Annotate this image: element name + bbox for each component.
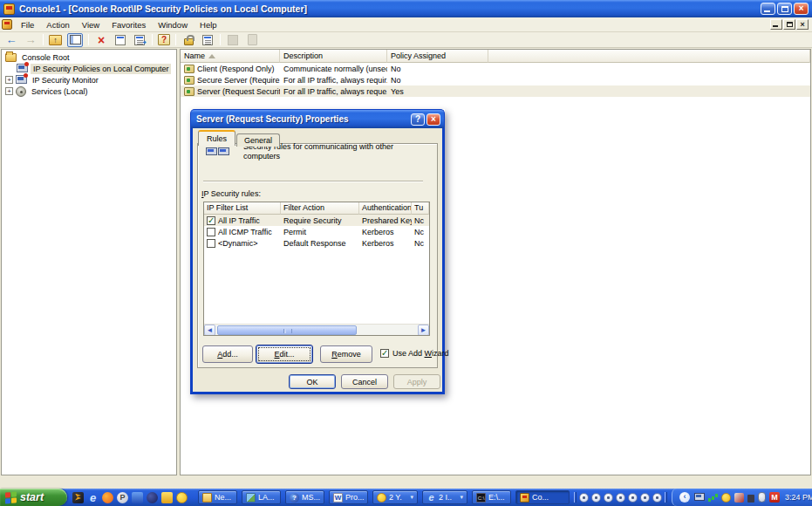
taskbar-button[interactable]: C:\E:\... — [472, 490, 511, 504]
media-next-button[interactable] — [628, 493, 638, 503]
help-icon[interactable] — [158, 34, 170, 45]
column-header-policy-assigned[interactable]: Policy Assigned — [387, 50, 488, 63]
taskbar-group-button[interactable]: 2 Y.▾ — [372, 490, 418, 504]
tree-item-services-local[interactable]: + Services (Local) — [2, 85, 176, 97]
messenger-icon[interactable] — [132, 492, 143, 503]
menu-view[interactable]: View — [76, 18, 106, 31]
rule-row-selected[interactable]: All IP Traffic Require Security Preshare… — [204, 215, 429, 226]
restore-button[interactable] — [777, 3, 792, 15]
taskbar-group-button[interactable]: e2 I..▾ — [422, 490, 467, 504]
column-header-tunnel[interactable]: Tu — [412, 202, 429, 215]
hide-icons-chevron-icon[interactable]: ‹ — [679, 492, 690, 503]
forward-icon[interactable]: → — [24, 33, 38, 46]
cancel-button[interactable]: Cancel — [341, 374, 388, 389]
scroll-left-icon[interactable]: ◄ — [204, 325, 215, 336]
ok-button[interactable]: OK — [289, 374, 336, 389]
opera-icon[interactable] — [147, 492, 158, 503]
taskbar-button[interactable]: LA... — [242, 490, 281, 504]
media-stop-button[interactable] — [616, 493, 625, 503]
toolbar-grip[interactable] — [665, 492, 667, 503]
expand-plus-icon[interactable]: + — [5, 87, 13, 95]
rule-checkbox[interactable] — [207, 239, 215, 248]
policy-lock-icon[interactable] — [181, 33, 195, 46]
dialog-help-button[interactable]: ? — [411, 113, 425, 126]
window-title: Console1 - [Console Root\IP Security Pol… — [19, 3, 761, 14]
smiley-icon[interactable] — [176, 492, 188, 503]
column-header-description[interactable]: Description — [280, 50, 387, 63]
rule-checkbox[interactable] — [207, 228, 215, 236]
use-add-wizard-checkbox[interactable]: Use Add Wizard — [380, 349, 449, 358]
export-list-icon[interactable]: ➔ — [133, 33, 147, 46]
app-icon[interactable] — [161, 492, 173, 503]
taskbar-clock[interactable]: 3:24 PM — [783, 493, 812, 502]
menu-favorites[interactable]: Favorites — [106, 18, 152, 31]
menu-help[interactable]: Help — [194, 18, 223, 31]
media-mute-button[interactable] — [640, 493, 650, 503]
dialog-close-button[interactable]: × — [426, 113, 440, 126]
media-play-button[interactable] — [591, 493, 601, 503]
dialog-titlebar[interactable]: Server (Request Security) Properties ? × — [190, 109, 445, 128]
horizontal-scrollbar[interactable]: ◄ ► — [204, 324, 429, 335]
tree-item-ip-security-policies[interactable]: IP Security Policies on Local Computer — [2, 63, 176, 74]
winamp-tray-icon[interactable] — [734, 493, 744, 503]
media-pause-button[interactable] — [604, 493, 613, 503]
scrollbar-thumb[interactable] — [217, 325, 357, 335]
taskbar-button-active[interactable]: Co... — [515, 490, 570, 504]
child-restore-button[interactable] — [783, 19, 795, 30]
tab-rules[interactable]: Rules — [198, 130, 235, 146]
expand-plus-icon[interactable]: + — [5, 76, 13, 84]
wizard-checkbox-icon[interactable] — [380, 349, 389, 358]
column-header-ip-filter-list[interactable]: IP Filter List — [204, 202, 281, 215]
mouse-tray-icon[interactable] — [758, 492, 766, 503]
media-volume-button[interactable] — [652, 493, 662, 503]
delete-icon[interactable]: × — [94, 33, 108, 46]
taskbar-button[interactable]: WPro... — [329, 490, 368, 504]
properties-icon[interactable] — [113, 33, 127, 46]
child-close-button[interactable]: × — [796, 19, 809, 30]
table-row-selected[interactable]: Server (Request Security) For all IP tra… — [181, 85, 810, 97]
tree-item-ip-security-monitor[interactable]: + IP Security Monitor — [2, 74, 176, 85]
close-button[interactable]: × — [794, 3, 809, 15]
display-tray-icon[interactable] — [693, 492, 704, 503]
tree-item-console-root[interactable]: Console Root — [2, 51, 176, 63]
edit-button[interactable]: Edit... — [256, 345, 313, 364]
scroll-right-icon[interactable]: ► — [418, 325, 429, 336]
column-header-name[interactable]: Name — [181, 50, 280, 63]
window-titlebar[interactable]: Console1 - [Console Root\IP Security Pol… — [0, 0, 812, 17]
menu-file[interactable]: File — [15, 18, 40, 31]
minimize-button[interactable] — [761, 3, 775, 15]
show-hide-console-tree-icon[interactable] — [67, 33, 83, 47]
remove-button[interactable]: Remove — [320, 345, 372, 363]
column-header-filter-action[interactable]: Filter Action — [281, 202, 359, 215]
add-button[interactable]: Add... — [202, 345, 253, 363]
console-tree-panel: Console Root IP Security Policies on Loc… — [1, 49, 177, 475]
firefox-icon[interactable] — [102, 492, 113, 503]
policy-page-icon[interactable] — [201, 33, 215, 46]
ie-icon[interactable]: e — [87, 492, 99, 503]
maxthon-tray-icon[interactable]: M — [769, 492, 780, 503]
menu-window[interactable]: Window — [152, 18, 194, 31]
ip-security-rules-label: IP Security rules: — [201, 189, 261, 198]
column-header-authentication[interactable]: Authentication... — [359, 202, 412, 215]
rule-checkbox-checked[interactable] — [207, 216, 215, 225]
menu-action[interactable]: Action — [40, 18, 75, 31]
tab-general[interactable]: General — [236, 133, 280, 147]
rule-row[interactable]: All ICMP Traffic Permit Kerberos Nc — [204, 226, 429, 237]
up-one-level-icon[interactable] — [49, 35, 62, 45]
chevron-down-icon: ▾ — [410, 494, 413, 501]
back-icon[interactable]: ← — [4, 33, 18, 46]
table-row[interactable]: Client (Respond Only) Communicate normal… — [181, 63, 810, 74]
taskbar-button[interactable]: ?MS... — [285, 490, 324, 504]
network-signal-icon[interactable] — [707, 492, 718, 503]
taskbar-button[interactable]: Ne... — [198, 490, 237, 504]
start-button[interactable]: start — [0, 489, 67, 506]
child-minimize-button[interactable] — [770, 19, 782, 30]
winamp-icon[interactable] — [72, 492, 84, 503]
toolbar-grip[interactable] — [574, 492, 577, 503]
media-prev-button[interactable] — [579, 493, 589, 503]
smiley-tray-icon[interactable] — [721, 493, 731, 503]
device-tray-icon[interactable] — [747, 495, 754, 503]
msn-icon[interactable]: P — [117, 492, 128, 503]
rule-row[interactable]: <Dynamic> Default Response Kerberos Nc — [204, 237, 429, 249]
table-row[interactable]: Secure Server (Require S... For all IP t… — [181, 74, 810, 85]
